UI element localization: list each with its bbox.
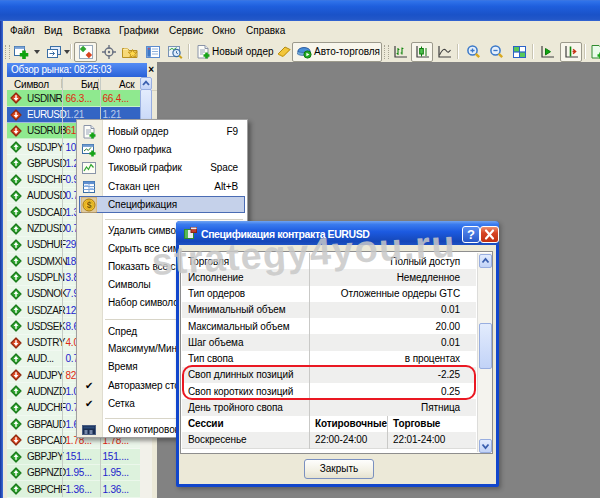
svg-text:$: $ — [87, 200, 92, 210]
